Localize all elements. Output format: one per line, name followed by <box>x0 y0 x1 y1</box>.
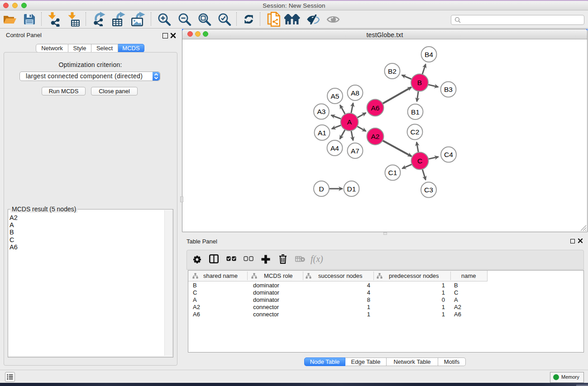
svg-text:B1: B1 <box>411 108 420 116</box>
svg-text:C3: C3 <box>424 186 433 194</box>
svg-text:B4: B4 <box>425 51 433 58</box>
svg-text:C: C <box>417 157 422 165</box>
svg-text:A4: A4 <box>330 144 339 152</box>
svg-text:A1: A1 <box>318 129 326 137</box>
svg-text:B2: B2 <box>388 67 397 75</box>
svg-text:D1: D1 <box>347 185 356 193</box>
svg-text:C2: C2 <box>411 128 420 136</box>
svg-text:A2: A2 <box>371 133 380 140</box>
svg-text:A8: A8 <box>351 89 359 97</box>
svg-text:B: B <box>417 79 422 86</box>
svg-text:A5: A5 <box>331 92 339 100</box>
svg-text:A: A <box>347 118 352 126</box>
svg-text:D: D <box>319 185 324 193</box>
svg-text:A3: A3 <box>317 108 326 115</box>
svg-text:A7: A7 <box>351 147 359 155</box>
svg-text:C4: C4 <box>444 151 453 158</box>
svg-text:C1: C1 <box>388 169 397 176</box>
svg-text:B3: B3 <box>444 86 453 93</box>
svg-text:A6: A6 <box>371 104 380 112</box>
